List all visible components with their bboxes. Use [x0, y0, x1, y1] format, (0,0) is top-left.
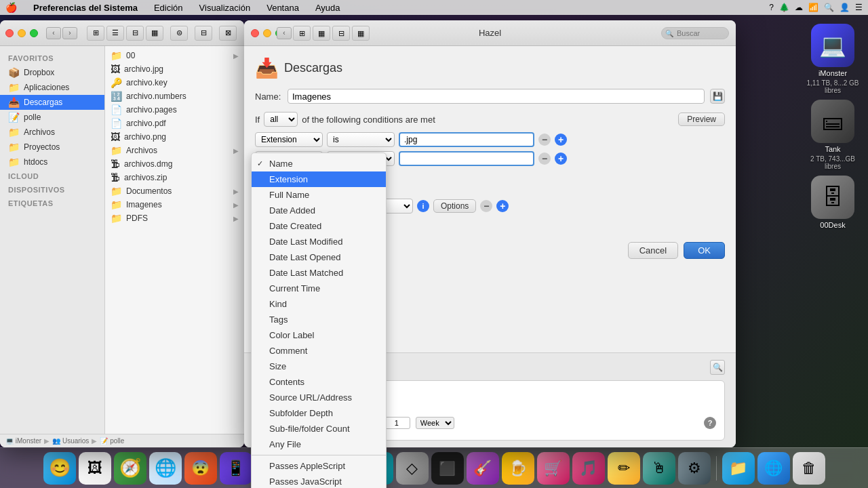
dropdown-item-name[interactable]: ✓ Name: [252, 156, 386, 171]
dock-photos[interactable]: 🖼: [79, 452, 111, 485]
sidebar-item-archivos[interactable]: 📁 Archivos: [0, 125, 104, 140]
dropdown-item-contents[interactable]: Contents: [252, 374, 386, 390]
desktop-icon-00desk[interactable]: 🗄 00Desk: [806, 176, 860, 229]
hazel-minimize-button[interactable]: [263, 29, 271, 37]
search-icon[interactable]: 🔍: [824, 3, 834, 12]
condition1-operator-select[interactable]: is: [327, 132, 395, 147]
file-00[interactable]: 📁 00 ▶: [105, 49, 244, 62]
save-document-btn[interactable]: 💾: [710, 89, 725, 104]
gallery-view-btn[interactable]: ▦: [146, 26, 163, 41]
dock-safari[interactable]: 🌐: [149, 452, 182, 485]
sidebar-item-polle[interactable]: 📝 polle: [0, 110, 104, 125]
share-btn[interactable]: ⊠: [219, 26, 237, 41]
file-archivos-zip[interactable]: 🗜 archivos.zip: [105, 171, 244, 184]
preview-button[interactable]: Preview: [678, 113, 725, 126]
dock-terminal[interactable]: ⬛: [431, 452, 464, 485]
file-documentos[interactable]: 📁 Documentos ▶: [105, 184, 244, 198]
minimize-button[interactable]: [18, 29, 26, 37]
incomplete-period-select[interactable]: Week Day Month: [416, 417, 454, 429]
file-archivos-dmg[interactable]: 🗜 archivos.dmg: [105, 157, 244, 171]
options-button[interactable]: Options: [433, 199, 476, 213]
dropdown-item-datecreated[interactable]: Date Created: [252, 218, 386, 234]
view-icon-btn[interactable]: ⊞: [87, 26, 104, 41]
dock-app13[interactable]: 🛒: [537, 452, 570, 485]
help-icon[interactable]: ?: [769, 3, 774, 12]
name-input[interactable]: [288, 89, 705, 104]
dropdown-item-applescript[interactable]: Passes AppleScript: [252, 458, 386, 474]
dropbox-icon[interactable]: 🌲: [779, 3, 789, 12]
file-archivo-pdf[interactable]: 📄 archivo.pdf: [105, 117, 244, 130]
file-archivo-png[interactable]: 🖼 archivo.png: [105, 130, 244, 144]
hazel-view-btn4[interactable]: ▦: [352, 26, 370, 41]
menu-help[interactable]: Ayuda: [313, 3, 343, 13]
sidebar-item-descargas[interactable]: 📥 Descargas: [0, 95, 104, 110]
menu-view[interactable]: Visualización: [197, 3, 254, 13]
sidebar-item-dropbox[interactable]: 📦 Dropbox: [0, 65, 104, 80]
condition1-value-input[interactable]: [399, 132, 534, 147]
dock-prefs[interactable]: ⚙: [678, 452, 711, 485]
dropdown-item-fullname[interactable]: Full Name: [252, 187, 386, 203]
dropdown-item-anyfile[interactable]: Any File: [252, 436, 386, 452]
condition2-remove-btn[interactable]: −: [538, 152, 551, 165]
menu-window[interactable]: Ventana: [264, 3, 302, 13]
sidebar-item-htdocs[interactable]: 📁 htdocs: [0, 155, 104, 169]
dropdown-item-currenttime[interactable]: Current Time: [252, 281, 386, 296]
ok-button[interactable]: OK: [684, 242, 725, 259]
condition2-add-btn[interactable]: +: [555, 152, 567, 165]
dropdown-item-tags[interactable]: Tags: [252, 312, 386, 327]
list-view-btn[interactable]: ☰: [106, 26, 124, 41]
dock-maps[interactable]: 🧭: [114, 452, 146, 485]
dock-trash[interactable]: 🗑: [793, 452, 825, 485]
file-pdfs[interactable]: 📁 PDFS ▶: [105, 211, 244, 225]
condition1-field-select[interactable]: Extension: [255, 132, 323, 147]
file-archivo-key[interactable]: 🔑 archivo.key: [105, 76, 244, 89]
column-view-btn[interactable]: ⊟: [126, 26, 144, 41]
help-button[interactable]: ?: [704, 417, 716, 429]
hazel-view-btn1[interactable]: ⊞: [293, 26, 311, 41]
file-imagenes[interactable]: 📁 Imagenes ▶: [105, 198, 244, 211]
arrange-btn[interactable]: ⊟: [195, 26, 212, 41]
control-center-icon[interactable]: ☰: [855, 3, 863, 12]
condition1-remove-btn[interactable]: −: [538, 134, 551, 146]
file-archivo-numbers[interactable]: 🔢 archivo.numbers: [105, 89, 244, 103]
menu-edit[interactable]: Edición: [151, 3, 186, 13]
incomplete-value-input[interactable]: [383, 417, 410, 429]
cloud-icon[interactable]: ☁: [795, 3, 803, 12]
forward-button[interactable]: ›: [62, 27, 77, 39]
dock-app16[interactable]: 🖱: [643, 452, 675, 485]
hazel-search[interactable]: 🔍: [661, 27, 729, 39]
condition1-add-btn[interactable]: +: [555, 134, 567, 146]
dropdown-item-datelastmatched[interactable]: Date Last Matched: [252, 265, 386, 281]
dropdown-item-comment[interactable]: Comment: [252, 343, 386, 359]
dropdown-item-subfilecount[interactable]: Sub-file/folder Count: [252, 421, 386, 436]
condition2-value-input[interactable]: [399, 151, 534, 166]
desktop-icon-imonster[interactable]: 💻 iMonster 1,11 TB, 8...2 GB libres: [806, 24, 860, 94]
conditions-all-select[interactable]: all any: [264, 112, 298, 127]
desktop-icon-tank[interactable]: 🖴 Tank 2 TB, 743...GB libres: [806, 100, 860, 170]
dock-app2[interactable]: 📱: [220, 452, 252, 485]
dock-music[interactable]: 🎵: [572, 452, 605, 485]
close-button[interactable]: [5, 29, 14, 37]
wifi-icon[interactable]: 📶: [808, 3, 818, 12]
dropdown-item-extension[interactable]: Extension: [252, 171, 386, 187]
dropdown-item-size[interactable]: Size: [252, 359, 386, 374]
user-icon[interactable]: 👤: [840, 3, 850, 12]
info-button[interactable]: i: [417, 200, 429, 212]
file-archivo-jpg[interactable]: 🖼 archivo.jpg: [105, 62, 244, 76]
dropdown-item-javascript[interactable]: Passes JavaScript: [252, 474, 386, 488]
dropdown-item-datelastopened[interactable]: Date Last Opened: [252, 249, 386, 265]
dock-folder[interactable]: 📁: [722, 452, 755, 485]
search-rule-btn[interactable]: 🔍: [710, 360, 725, 375]
hazel-close-button[interactable]: [251, 29, 259, 37]
sidebar-item-proyectos[interactable]: 📁 Proyectos: [0, 140, 104, 155]
dock-finder[interactable]: 😊: [43, 452, 76, 485]
menu-system-prefs[interactable]: Preferencias del Sistema: [31, 3, 140, 13]
action-add-btn[interactable]: +: [496, 200, 509, 212]
back-button[interactable]: ‹: [46, 27, 61, 39]
dock-app8[interactable]: ◇: [396, 452, 429, 485]
dock-app12[interactable]: 🍺: [502, 452, 534, 485]
dropdown-item-subfolderdepth[interactable]: Subfolder Depth: [252, 405, 386, 421]
action-remove-btn[interactable]: −: [480, 200, 492, 212]
cancel-button[interactable]: Cancel: [628, 242, 678, 259]
dropdown-item-colorlabel[interactable]: Color Label: [252, 327, 386, 343]
